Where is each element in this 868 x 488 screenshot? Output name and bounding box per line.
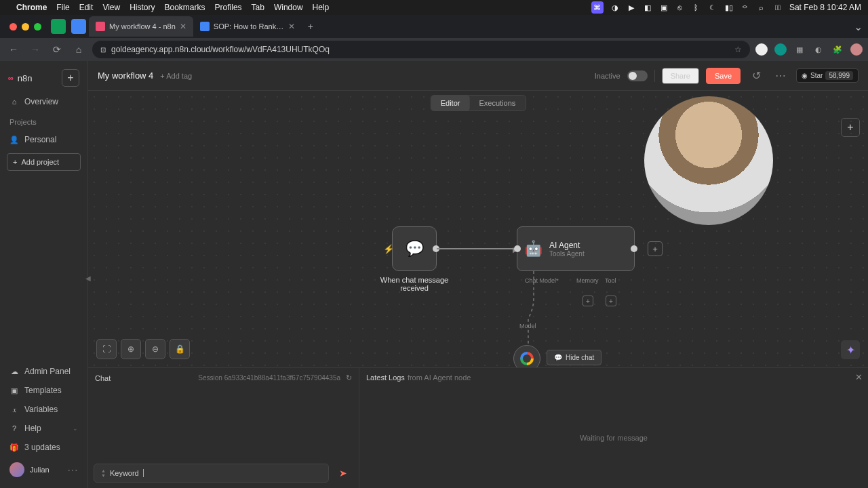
tab-editor[interactable]: Editor [431,96,470,110]
send-button[interactable]: ➤ [333,464,353,483]
node-google-model[interactable] [513,345,540,367]
menu-tab[interactable]: Tab [252,3,264,12]
browser-tab-strip: My workflow 4 - n8n ✕ SOP: How to Rank #… [0,15,868,38]
active-toggle[interactable] [627,70,648,81]
add-project-button[interactable]: + Add project [7,153,81,171]
add-node-panel-button[interactable]: + [841,118,860,137]
history-icon[interactable]: ↺ [747,67,765,85]
pinned-tab[interactable] [71,19,86,34]
menu-view[interactable]: View [102,3,120,12]
browser-tab-active[interactable]: My workflow 4 - n8n ✕ [89,16,193,37]
extension-icon[interactable]: ▦ [793,43,806,56]
status-icon[interactable]: ◧ [643,3,652,12]
chat-panel: Chat Session 6a933c41b88a411fa3f67c75790… [88,367,868,488]
add-project-label: Add project [21,158,59,166]
bookmark-icon[interactable]: ☆ [734,45,742,54]
collapse-sidebar-button[interactable]: ◀ [85,274,91,282]
sidebar-item-templates[interactable]: ▣ Templates [4,381,83,400]
menu-edit[interactable]: Edit [79,3,94,12]
node-label: When chat message received [367,276,462,292]
new-tab-button[interactable]: + [302,18,319,35]
extension-icon[interactable]: ◐ [812,43,825,56]
session-id: 6a933c41b88a411fa3f67c757904435a [224,374,340,382]
zoom-in-button[interactable]: ⊕ [121,339,141,359]
battery-icon[interactable]: ▮▯ [724,3,734,12]
status-icon[interactable]: ◑ [610,3,620,12]
reload-button[interactable]: ⟳ [49,41,65,58]
tab-overflow-icon[interactable]: ⌄ [850,19,865,34]
sidebar-user[interactable]: Julian ⋯ [4,457,83,483]
ask-ai-button[interactable]: ✦ [841,340,860,359]
menu-profiles[interactable]: Profiles [215,3,242,12]
sidebar-item-variables[interactable]: 𝑥 Variables [4,400,83,419]
sidebar-item-help[interactable]: ? Help ⌄ [4,419,83,438]
menu-file[interactable]: File [56,3,69,12]
workflow-name[interactable]: My workflow 4 [98,70,153,81]
sidebar-item-label: 3 updates [24,443,60,452]
close-icon[interactable]: ✕ [288,22,295,31]
sidebar-item-label: Personal [24,135,56,144]
close-logs-button[interactable]: ✕ [855,372,863,382]
status-icon[interactable]: ⎋ [675,3,685,12]
add-tag-button[interactable]: + Add tag [160,72,192,80]
input-port[interactable] [514,245,521,252]
address-bar[interactable]: ⊡ goldeagency.app.n8n.cloud/workflow/wVd… [92,41,750,58]
more-icon[interactable]: ⋯ [772,67,789,85]
window-maximize-button[interactable] [34,23,41,30]
output-port[interactable] [631,245,637,252]
connection-wire[interactable] [437,248,517,249]
wifi-icon[interactable]: ⌔ [741,3,750,12]
add-memory-button[interactable]: + [583,296,593,306]
forward-button[interactable]: → [27,41,43,58]
clock[interactable]: Sat Feb 8 10:42 AM [789,3,861,12]
control-center-icon[interactable]: �⃝ [773,3,783,12]
menu-history[interactable]: History [130,3,155,12]
fit-view-button[interactable]: ⛶ [96,339,117,359]
status-icon[interactable]: ⌘ [591,1,604,14]
history-chevrons-icon[interactable]: ▲▼ [101,468,106,478]
extension-icon[interactable] [774,43,787,56]
lock-button[interactable]: 🔒 [170,339,190,359]
browser-tab[interactable]: SOP: How to Rank #1 in 24 h… ✕ [193,16,302,37]
menu-bookmarks[interactable]: Bookmarks [165,3,205,12]
pinned-tab[interactable] [51,19,66,34]
sidebar-item-overview[interactable]: ⌂ Overview [4,92,83,111]
node-chat-trigger[interactable]: ⚡ 💬 When chat message received [392,226,437,271]
site-info-icon[interactable]: ⊡ [100,46,106,54]
share-button[interactable]: Share [662,68,699,84]
zoom-out-button[interactable]: ⊖ [145,339,165,359]
profile-avatar[interactable] [850,43,863,56]
sidebar-section-projects: Projects [4,111,83,130]
chat-input[interactable]: ▲▼ Keyword [94,464,329,483]
sidebar-item-updates[interactable]: 🎁 3 updates [4,438,83,457]
node-ai-agent[interactable]: 🤖 AI Agent Tools Agent + [517,226,635,271]
window-close-button[interactable] [9,23,17,30]
menu-window[interactable]: Window [274,3,303,12]
extension-icon[interactable] [755,43,768,56]
user-name: Julian [30,466,50,474]
sidebar-item-personal[interactable]: 👤 Personal [4,130,83,149]
moon-icon[interactable]: ☾ [708,3,717,12]
refresh-session-button[interactable]: ↻ [346,373,352,382]
close-icon[interactable]: ✕ [180,22,186,31]
workflow-canvas[interactable]: Editor Executions + ⚡ 💬 When chat messag… [88,91,868,367]
back-button[interactable]: ← [5,41,22,58]
add-node-button[interactable]: + [648,241,663,256]
app-name[interactable]: Chrome [16,3,47,12]
ellipsis-icon[interactable]: ⋯ [67,464,78,476]
save-button[interactable]: Save [706,68,741,84]
extensions-puzzle-icon[interactable]: 🧩 [831,43,844,56]
bluetooth-icon[interactable]: ᛒ [692,3,701,12]
add-tool-button[interactable]: + [606,296,616,306]
github-star-button[interactable]: ◉ Star 58,999 [796,68,859,83]
sidebar-item-admin[interactable]: ☁ Admin Panel [4,362,83,381]
hide-chat-button[interactable]: 💬 Hide chat [547,350,601,365]
tab-executions[interactable]: Executions [469,96,525,110]
play-icon[interactable]: ▶ [627,3,636,12]
menu-help[interactable]: Help [313,3,330,12]
search-icon[interactable]: ⌕ [757,3,766,12]
window-minimize-button[interactable] [22,23,29,30]
home-button[interactable]: ⌂ [71,41,87,58]
status-icon[interactable]: ▣ [659,3,669,12]
add-workflow-button[interactable]: + [62,69,79,87]
